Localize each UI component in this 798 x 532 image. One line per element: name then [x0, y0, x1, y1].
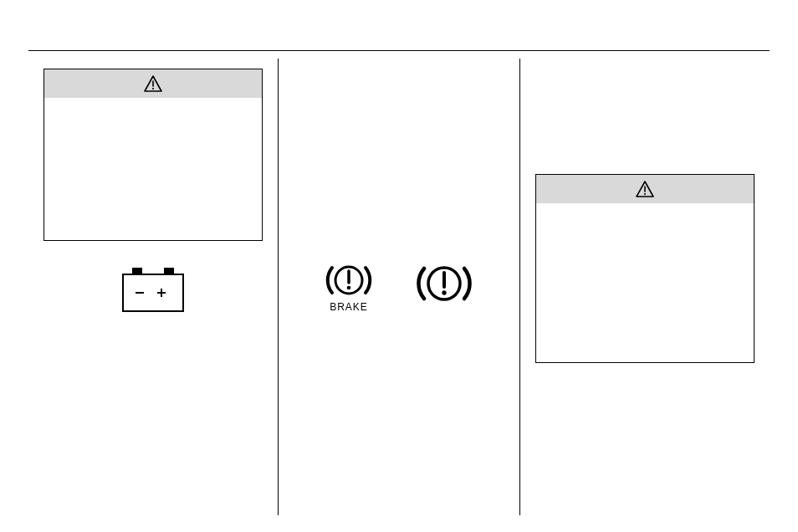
- warning-triangle-icon: [636, 181, 654, 197]
- svg-point-13: [442, 290, 446, 294]
- warning-box-1: [43, 69, 263, 241]
- page-rule: [28, 50, 770, 51]
- svg-rect-2: [132, 268, 142, 274]
- svg-rect-4: [123, 274, 183, 311]
- three-column-layout: BRAKE: [28, 59, 770, 515]
- warning-box-2-body: [536, 203, 754, 362]
- warning-box-1-body: [44, 98, 262, 240]
- battery-icon: [120, 266, 186, 318]
- column-2: BRAKE: [279, 59, 519, 515]
- warning-box-2: [535, 174, 755, 363]
- warning-box-2-header: [536, 175, 754, 203]
- svg-point-10: [347, 286, 351, 290]
- brake-warning-icon-2: [412, 261, 476, 306]
- warning-triangle-icon: [144, 75, 162, 92]
- column-1: [28, 59, 278, 515]
- battery-icon-wrap: [43, 266, 263, 318]
- svg-rect-3: [164, 268, 174, 274]
- brake-icons-row: BRAKE: [294, 261, 504, 313]
- svg-point-1: [152, 88, 154, 90]
- column-3: [520, 59, 770, 515]
- brake-label: BRAKE: [330, 301, 368, 313]
- warning-box-1-header: [44, 69, 262, 98]
- brake-warning-icon-1: BRAKE: [322, 261, 376, 313]
- svg-point-15: [644, 193, 646, 195]
